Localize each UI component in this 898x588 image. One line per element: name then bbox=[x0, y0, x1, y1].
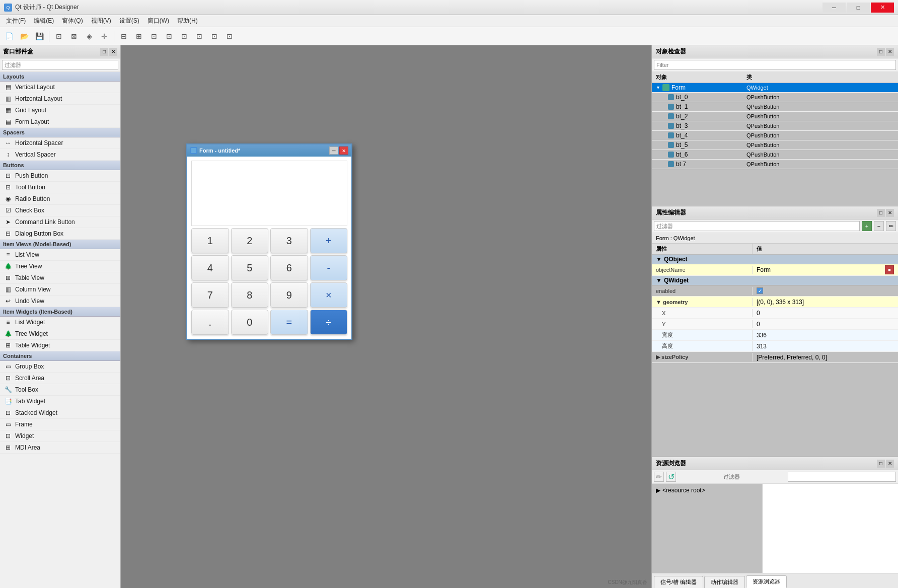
obj-row-form[interactable]: ▼ Form QWidget bbox=[652, 83, 898, 93]
calc-btn-6[interactable]: 6 bbox=[270, 255, 308, 280]
calc-btn-dot[interactable]: . bbox=[191, 310, 229, 335]
tab-signal-slot[interactable]: 信号/槽 编辑器 bbox=[654, 576, 703, 588]
maximize-button[interactable]: □ bbox=[847, 3, 870, 13]
resource-browser-close[interactable]: ✕ bbox=[886, 460, 894, 468]
prop-row-enabled[interactable]: enabled ✓ bbox=[652, 285, 898, 297]
prop-row-y[interactable]: Y 0 bbox=[652, 319, 898, 330]
enabled-checkbox[interactable]: ✓ bbox=[757, 287, 763, 294]
category-containers[interactable]: Containers bbox=[0, 351, 120, 361]
widget-radio-button[interactable]: ◉ Radio Button bbox=[0, 193, 120, 205]
toolbar-btn-5[interactable]: ⊠ bbox=[67, 29, 81, 43]
widget-grid-layout[interactable]: ▦ Grid Layout bbox=[0, 105, 120, 116]
widget-tree-widget[interactable]: 🌲 Tree Widget bbox=[0, 328, 120, 340]
obj-row-bt1[interactable]: bt_1 QPushButton bbox=[652, 102, 898, 112]
widget-list-view[interactable]: ≡ List View bbox=[0, 249, 120, 261]
property-filter-input[interactable] bbox=[654, 221, 860, 231]
toolbar-btn-13[interactable]: ⊡ bbox=[192, 29, 206, 43]
widget-box-filter-input[interactable] bbox=[2, 60, 118, 70]
widget-mdi-area[interactable]: ⊞ MDI Area bbox=[0, 442, 120, 454]
calc-btn-multiply[interactable]: × bbox=[310, 282, 348, 308]
toolbar-btn-7[interactable]: ✛ bbox=[97, 29, 111, 43]
prop-section-qwidget[interactable]: ▼ QWidget bbox=[652, 276, 898, 285]
property-editor-undock[interactable]: □ bbox=[877, 209, 885, 217]
widget-vertical-layout[interactable]: ▤ Vertical Layout bbox=[0, 82, 120, 93]
obj-row-bt5[interactable]: bt_5 QPushButton bbox=[652, 140, 898, 150]
widget-widget[interactable]: ⊡ Widget bbox=[0, 430, 120, 442]
widget-column-view[interactable]: ▥ Column View bbox=[0, 284, 120, 296]
calc-btn-5[interactable]: 5 bbox=[231, 255, 269, 280]
object-inspector-undock[interactable]: □ bbox=[877, 48, 885, 56]
menu-form[interactable]: 窗体(Q) bbox=[58, 16, 87, 26]
widget-group-box[interactable]: ▭ Group Box bbox=[0, 361, 120, 373]
category-buttons[interactable]: Buttons bbox=[0, 161, 120, 170]
obj-row-bt2[interactable]: bt_2 QPushButton bbox=[652, 112, 898, 121]
calc-btn-7[interactable]: 7 bbox=[191, 282, 229, 308]
widget-stacked-widget[interactable]: ⊡ Stacked Widget bbox=[0, 407, 120, 419]
menu-settings[interactable]: 设置(S) bbox=[115, 16, 143, 26]
toolbar-btn-9[interactable]: ⊞ bbox=[132, 29, 146, 43]
prop-row-x[interactable]: X 0 bbox=[652, 308, 898, 319]
widget-tool-box[interactable]: 🔧 Tool Box bbox=[0, 384, 120, 396]
obj-row-bt4[interactable]: bt_4 QPushButton bbox=[652, 131, 898, 140]
category-item-views[interactable]: Item Views (Model-Based) bbox=[0, 240, 120, 249]
widget-dialog-button-box[interactable]: ⊟ Dialog Button Box bbox=[0, 228, 120, 240]
widget-tool-button[interactable]: ⊡ Tool Button bbox=[0, 182, 120, 193]
toolbar-btn-14[interactable]: ⊡ bbox=[207, 29, 221, 43]
obj-row-bt6[interactable]: bt_6 QPushButton bbox=[652, 150, 898, 160]
widget-form-layout[interactable]: ▤ Form Layout bbox=[0, 116, 120, 128]
menu-edit[interactable]: 编辑(E) bbox=[30, 16, 58, 26]
prop-row-objectname[interactable]: objectName Form ■ bbox=[652, 264, 898, 276]
object-inspector-close[interactable]: ✕ bbox=[886, 48, 894, 56]
calc-btn-0[interactable]: 0 bbox=[231, 310, 269, 335]
close-button[interactable]: ✕ bbox=[871, 3, 894, 13]
prop-row-width[interactable]: 宽度 336 bbox=[652, 330, 898, 341]
calc-btn-2[interactable]: 2 bbox=[231, 228, 269, 253]
toolbar-btn-6[interactable]: ◈ bbox=[82, 29, 96, 43]
toolbar-save[interactable]: 💾 bbox=[32, 29, 46, 43]
menu-help[interactable]: 帮助(H) bbox=[173, 16, 202, 26]
toolbar-btn-4[interactable]: ⊡ bbox=[52, 29, 66, 43]
canvas-area[interactable]: Form - untitled* ─ ✕ 1 2 3 + 4 5 bbox=[121, 45, 651, 588]
calc-btn-equals[interactable]: = bbox=[270, 310, 308, 335]
resource-refresh-btn[interactable]: ↺ bbox=[666, 472, 676, 482]
object-inspector-filter-input[interactable] bbox=[654, 60, 896, 70]
form-minimize-button[interactable]: ─ bbox=[329, 146, 338, 155]
toolbar-btn-12[interactable]: ⊡ bbox=[177, 29, 191, 43]
resource-root-item[interactable]: ▶ <resource root> bbox=[654, 486, 760, 495]
toolbar-btn-15[interactable]: ⊡ bbox=[222, 29, 237, 43]
resource-edit-btn[interactable]: ✏ bbox=[654, 472, 664, 482]
calc-btn-9[interactable]: 9 bbox=[270, 282, 308, 308]
widget-check-box[interactable]: ☑ Check Box bbox=[0, 205, 120, 216]
calc-btn-minus[interactable]: - bbox=[310, 255, 348, 280]
widget-tree-view[interactable]: 🌲 Tree View bbox=[0, 261, 120, 272]
calc-btn-divide[interactable]: ÷ bbox=[310, 310, 348, 335]
calc-btn-3[interactable]: 3 bbox=[270, 228, 308, 253]
calc-btn-8[interactable]: 8 bbox=[231, 282, 269, 308]
category-item-widgets[interactable]: Item Widgets (Item-Based) bbox=[0, 307, 120, 317]
prop-row-height[interactable]: 高度 313 bbox=[652, 341, 898, 352]
widget-table-widget[interactable]: ⊞ Table Widget bbox=[0, 340, 120, 351]
form-close-button[interactable]: ✕ bbox=[339, 146, 348, 155]
widget-undo-view[interactable]: ↩ Undo View bbox=[0, 296, 120, 307]
toolbar-btn-10[interactable]: ⊡ bbox=[147, 29, 161, 43]
toolbar-btn-8[interactable]: ⊟ bbox=[117, 29, 131, 43]
prop-row-sizepolicy[interactable]: ▶ sizePolicy [Preferred, Preferred, 0, 0… bbox=[652, 352, 898, 363]
tab-action-editor[interactable]: 动作编辑器 bbox=[704, 576, 745, 588]
resource-filter-input[interactable] bbox=[788, 472, 896, 482]
minimize-button[interactable]: ─ bbox=[822, 3, 846, 13]
property-remove-btn[interactable]: − bbox=[874, 221, 884, 231]
resource-browser-undock[interactable]: □ bbox=[877, 460, 885, 468]
menu-window[interactable]: 窗口(W) bbox=[143, 16, 173, 26]
category-layouts[interactable]: Layouts bbox=[0, 72, 120, 82]
widget-horizontal-spacer[interactable]: ↔ Horizontal Spacer bbox=[0, 137, 120, 149]
widget-command-link-button[interactable]: ➤ Command Link Button bbox=[0, 216, 120, 228]
widget-box-close[interactable]: ✕ bbox=[109, 48, 117, 56]
obj-row-bt7[interactable]: bt 7 QPushButton bbox=[652, 160, 898, 169]
menu-file[interactable]: 文件(F) bbox=[2, 16, 30, 26]
prop-section-qobject[interactable]: ▼ QObject bbox=[652, 255, 898, 264]
widget-horizontal-layout[interactable]: ▥ Horizontal Layout bbox=[0, 93, 120, 105]
widget-frame[interactable]: ▭ Frame bbox=[0, 419, 120, 430]
widget-scroll-area[interactable]: ⊡ Scroll Area bbox=[0, 373, 120, 384]
toolbar-new[interactable]: 📄 bbox=[2, 29, 16, 43]
widget-tab-widget[interactable]: 📑 Tab Widget bbox=[0, 396, 120, 407]
